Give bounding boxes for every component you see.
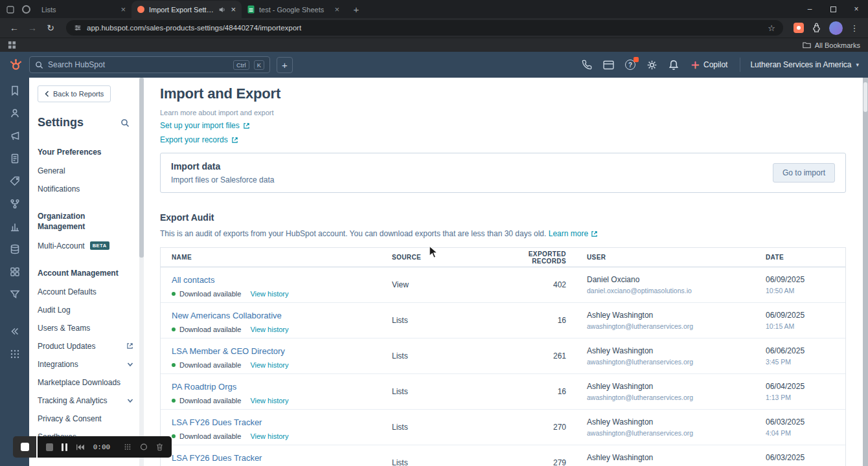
view-history-link[interactable]: View history <box>250 397 288 405</box>
window-menu-icon[interactable] <box>6 6 14 14</box>
hubspot-extension-icon[interactable] <box>794 23 804 33</box>
collapse-nav-icon[interactable] <box>9 326 21 337</box>
sidebar-item-product-updates[interactable]: Product Updates <box>38 342 133 351</box>
rewind-button[interactable] <box>76 443 85 451</box>
apps-grid-icon[interactable] <box>8 41 16 49</box>
commerce-icon[interactable] <box>9 175 21 187</box>
user-email: awashington@lutheranservices.org <box>587 394 751 401</box>
library-icon[interactable] <box>9 266 21 278</box>
column-header-user[interactable]: USER <box>566 254 751 261</box>
export-name-link[interactable]: LSA FY26 Dues Tracker <box>172 417 262 427</box>
address-bar[interactable]: app.hubspot.com/sales-products-settings/… <box>66 20 783 36</box>
sidebar-item-privacy-consent[interactable]: Privacy & Consent <box>38 414 133 423</box>
extensions-puzzle-icon[interactable] <box>811 23 822 34</box>
url-text[interactable]: app.hubspot.com/sales-products-settings/… <box>87 24 762 32</box>
all-bookmarks-button[interactable]: All Bookmarks <box>803 41 860 49</box>
folder-icon <box>803 41 811 49</box>
bookmark-icon[interactable] <box>9 85 21 96</box>
help-button[interactable]: ? <box>625 60 635 70</box>
marketing-icon[interactable] <box>9 130 21 142</box>
back-to-reports-button[interactable]: Back to Reports <box>38 85 111 102</box>
column-header-date[interactable]: DATE <box>751 254 845 261</box>
tab-close-icon[interactable]: × <box>120 5 126 14</box>
sidebar-item-users-teams[interactable]: Users & Teams <box>38 324 133 333</box>
funnel-icon[interactable] <box>9 289 21 300</box>
view-history-link[interactable]: View history <box>250 290 288 298</box>
sidebar-scrollbar[interactable] <box>139 78 144 466</box>
stop-recording-button[interactable] <box>13 436 36 458</box>
back-button[interactable]: ← <box>6 23 22 33</box>
notifications-button[interactable] <box>668 60 679 71</box>
settings-search-icon[interactable] <box>120 118 130 128</box>
sidebar-item-notifications[interactable]: Notifications <box>38 184 133 194</box>
browser-menu-icon[interactable]: ⋮ <box>850 23 859 33</box>
window-close-button[interactable]: × <box>845 0 868 18</box>
discard-recording-button[interactable] <box>156 443 163 452</box>
tab-import-export-settings[interactable]: Import Export Settings × <box>131 1 242 18</box>
setup-import-files-link[interactable]: Set up your import files <box>160 121 250 130</box>
sidebar-item-integrations[interactable]: Integrations <box>38 360 133 369</box>
external-link-icon <box>591 230 598 238</box>
forward-button[interactable]: → <box>25 23 40 33</box>
quick-create-button[interactable]: + <box>277 57 293 73</box>
pause-button[interactable] <box>62 443 67 451</box>
export-name-link[interactable]: PA Roadtrip Orgs <box>172 382 236 392</box>
content-icon[interactable] <box>9 153 21 164</box>
column-header-name[interactable]: NAME <box>161 254 391 261</box>
marketplace-button[interactable] <box>603 60 614 70</box>
export-name-link[interactable]: LSA Member & CEO Directory <box>172 346 285 356</box>
column-header-source[interactable]: SOURCE <box>391 254 499 261</box>
calling-button[interactable] <box>582 60 592 70</box>
export-records-link[interactable]: Export your records <box>160 135 238 144</box>
export-date: 06/03/2025 <box>766 453 845 462</box>
automations-icon[interactable] <box>9 198 21 210</box>
recorder-stop-icon[interactable] <box>46 443 53 451</box>
tab-audio-icon[interactable] <box>218 6 226 14</box>
reporting-icon[interactable] <box>9 221 21 232</box>
settings-button[interactable] <box>646 60 657 71</box>
new-tab-button[interactable]: + <box>348 1 365 17</box>
account-menu[interactable]: Lutheran Services in America ▾ <box>740 58 859 72</box>
section-account-management: Account Management <box>38 268 128 278</box>
data-management-icon[interactable] <box>9 243 21 255</box>
settings-sidebar: Back to Reports Settings Your Preference… <box>29 78 144 466</box>
cursor-highlight-toggle[interactable] <box>140 443 148 451</box>
sidebar-item-account-defaults[interactable]: Account Defaults <box>38 287 133 296</box>
tab-close-icon[interactable]: × <box>231 5 236 14</box>
sidebar-item-marketplace-downloads[interactable]: Marketplace Downloads <box>38 378 133 387</box>
view-history-link[interactable]: View history <box>250 361 288 369</box>
go-to-import-button[interactable]: Go to import <box>773 163 835 183</box>
refresh-button[interactable]: ↻ <box>43 23 58 33</box>
copilot-button[interactable]: Copilot <box>690 60 729 69</box>
tab-google-sheets[interactable]: test - Google Sheets × <box>242 1 345 18</box>
sidebar-scrollbar-thumb[interactable] <box>139 78 144 258</box>
all-bookmarks-label: All Bookmarks <box>815 41 860 49</box>
contacts-icon[interactable] <box>9 107 21 119</box>
view-history-link[interactable]: View history <box>250 432 288 440</box>
view-history-link[interactable]: View history <box>250 326 288 333</box>
export-name-link[interactable]: New Americans Collaborative <box>172 311 282 320</box>
column-header-exported-records[interactable]: EXPORTED RECORDS <box>499 250 566 265</box>
sidebar-item-general[interactable]: General <box>38 166 133 175</box>
sidebar-item-audit-log[interactable]: Audit Log <box>38 305 133 315</box>
export-name-link[interactable]: All contacts <box>172 275 214 285</box>
export-audit-table: NAME SOURCE EXPORTED RECORDS USER DATE A… <box>160 247 846 466</box>
learn-more-link[interactable]: Learn more <box>549 229 598 238</box>
drag-handle-icon[interactable] <box>124 443 131 451</box>
record-indicator-icon[interactable] <box>22 5 30 14</box>
browser-profile-avatar[interactable] <box>829 21 843 35</box>
window-minimize-button[interactable]: – <box>798 0 821 18</box>
search-input[interactable]: Search HubSpot Ctrl K <box>29 56 270 73</box>
tab-close-icon[interactable]: × <box>334 5 339 14</box>
workspace-grid-icon[interactable] <box>9 348 21 360</box>
sidebar-item-tracking-analytics[interactable]: Tracking & Analytics <box>38 396 133 405</box>
page-scrollbar[interactable] <box>863 78 868 466</box>
bookmark-star-icon[interactable]: ☆ <box>768 23 775 33</box>
hubspot-logo[interactable] <box>9 58 23 72</box>
sidebar-item-multi-account[interactable]: Multi-Account BETA <box>38 241 133 250</box>
tab-lists[interactable]: Lists × <box>36 1 131 18</box>
page-scrollbar-thumb[interactable] <box>863 82 867 112</box>
export-name-link[interactable]: LSA FY26 Dues Tracker <box>172 453 262 463</box>
window-maximize-button[interactable] <box>821 0 845 18</box>
site-info-icon[interactable] <box>74 24 82 32</box>
